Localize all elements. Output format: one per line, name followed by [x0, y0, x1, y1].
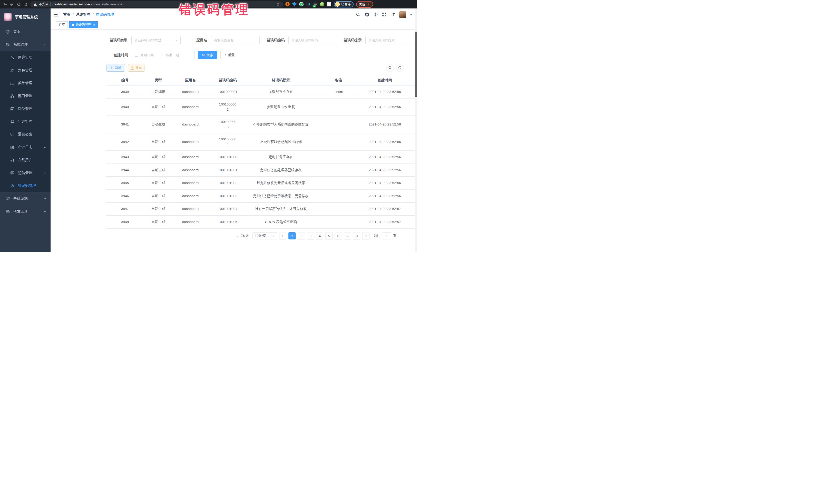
sidebar-item-岗位管理[interactable]: 岗位管理 [0, 103, 50, 115]
url-text[interactable]: dashboard.yudao.iocoder.cn/system/error-… [52, 3, 122, 6]
filter-应用名: 应用名 [196, 36, 260, 44]
sidebar-menu: 首页系统管理用户管理角色管理菜单管理部门管理岗位管理字典管理通知公告审计日志在线… [0, 25, 50, 218]
fullscreen-icon[interactable] [382, 12, 387, 17]
sidebar-item-角色管理[interactable]: 角色管理 [0, 64, 50, 77]
sidebar-item-通知公告[interactable]: 通知公告 [0, 128, 50, 141]
breadcrumb-system[interactable]: 系统管理 [76, 12, 90, 17]
table-row-3943: 3943自动生成dashboard1001001000定时任务不存在2021-0… [106, 151, 417, 164]
scrollbar-thumb[interactable] [415, 31, 417, 97]
page-button-8[interactable]: 8 [353, 232, 360, 239]
goto-page-input[interactable] [382, 232, 391, 239]
cell-code: 100100000 3 [208, 116, 247, 133]
filter-创建时间: 创建时间-搜索重置 [114, 51, 237, 59]
error-code-table: 编号类型应用名错误码编码错误码提示备注创建时间操作 3939手动编辑dashbo… [106, 76, 417, 229]
browser-reload-icon[interactable] [17, 2, 21, 7]
cell-app: dashboard [172, 202, 208, 216]
book-icon [10, 119, 14, 124]
sidebar-item-在线用户[interactable]: 在线用户 [0, 154, 50, 167]
tab-错误码管理[interactable]: 错误码管理× [69, 21, 98, 28]
sidebar-item-错误码管理[interactable]: 错误码管理 [0, 179, 50, 192]
add-button[interactable]: 新增 [107, 64, 125, 72]
refresh-icon[interactable] [396, 64, 403, 71]
input-错误码提示[interactable] [366, 36, 414, 44]
avatar[interactable] [399, 11, 406, 18]
gauge-icon [6, 30, 10, 34]
sidebar-item-用户管理[interactable]: 用户管理 [0, 51, 50, 64]
cell-time: 2021-04-20 23:52:56 [363, 164, 407, 177]
extension-gem-icon[interactable] [292, 2, 297, 6]
page-button-2[interactable]: 2 [298, 232, 305, 239]
reset-button[interactable]: 重置 [220, 51, 237, 59]
sidebar-collapse-icon[interactable] [54, 12, 59, 17]
extension-green-v-icon[interactable]: V [299, 2, 304, 6]
page-size-select[interactable]: 10条/页 [253, 232, 277, 239]
column-header-应用名: 应用名 [172, 76, 208, 85]
start-date-input[interactable] [140, 53, 159, 57]
tab-close-icon[interactable]: × [93, 23, 95, 27]
page-button-6[interactable]: 6 [335, 232, 342, 239]
github-icon[interactable] [365, 12, 369, 17]
cell-code: 1001001004 [208, 202, 247, 216]
profile-emoji-icon [335, 2, 340, 7]
page-button-4[interactable]: 4 [316, 232, 323, 239]
browser-home-icon[interactable] [23, 2, 28, 7]
cell-app: dashboard [172, 85, 208, 98]
sidebar-item-短信管理[interactable]: 短信管理 [0, 167, 50, 179]
page-button-5[interactable]: 5 [325, 232, 333, 239]
chevron-down-icon [43, 197, 46, 200]
end-date-input[interactable] [166, 53, 184, 57]
next-page-button[interactable] [363, 232, 370, 239]
sidebar-item-基础设施[interactable]: 基础设施 [0, 192, 50, 205]
page-button-3[interactable]: 3 [307, 232, 314, 239]
cell-type: 自动生成 [144, 177, 172, 190]
tab-首页[interactable]: 首页 [56, 21, 68, 28]
idcard-icon [10, 107, 14, 111]
users-icon [10, 68, 14, 72]
extensions-puzzle-icon[interactable] [327, 2, 331, 6]
cell-message: 只允许修改为开启或者关闭状态 [247, 177, 315, 190]
extension-orange-icon[interactable] [285, 2, 290, 6]
page-button-1[interactable]: 1 [288, 232, 295, 239]
cell-type: 自动生成 [144, 202, 172, 216]
font-size-icon[interactable]: TT [391, 12, 395, 17]
chevron-down-icon[interactable] [410, 14, 412, 17]
extension-sprout-icon[interactable] [320, 2, 324, 6]
extension-grid-icon[interactable] [306, 2, 310, 6]
export-button[interactable]: 导出 [128, 64, 145, 72]
sidebar-item-菜单管理[interactable]: 菜单管理 [0, 77, 50, 90]
sidebar-item-部门管理[interactable]: 部门管理 [0, 90, 50, 103]
input-应用名[interactable] [211, 36, 260, 44]
page-scrollbar[interactable] [415, 8, 417, 252]
monitor-icon [6, 197, 10, 201]
bookmark-star-icon[interactable] [276, 2, 280, 6]
cell-message: CRON 表达式不正确 [247, 216, 315, 229]
extension-switch-icon[interactable]: on [313, 2, 317, 6]
page-more-button[interactable]: ··· [344, 232, 351, 239]
cell-type: 自动生成 [144, 133, 172, 151]
sidebar-item-首页[interactable]: 首页 [0, 25, 50, 38]
browser-update-button[interactable]: 更新 ⋮ [356, 1, 373, 8]
toggle-search-icon[interactable] [387, 64, 394, 71]
app-title: 芋道管理系统 [15, 15, 38, 20]
search-button[interactable]: 搜索 [198, 51, 217, 59]
date-range-input[interactable]: - [132, 51, 195, 59]
breadcrumb-home[interactable]: 首页 [63, 12, 70, 17]
sidebar-item-字典管理[interactable]: 字典管理 [0, 115, 50, 128]
cell-remark [315, 190, 363, 203]
input-错误码编码[interactable] [288, 36, 337, 44]
help-icon[interactable] [373, 12, 378, 17]
not-secure-label[interactable]: 不安全 [39, 2, 48, 6]
sidebar-item-系统管理[interactable]: 系统管理 [0, 38, 50, 51]
sidebar-item-审计日志[interactable]: 审计日志 [0, 141, 50, 154]
browser-back-icon[interactable] [3, 2, 7, 7]
browser-forward-icon[interactable] [9, 2, 14, 7]
paused-profile-badge[interactable]: 已暂停 [334, 1, 354, 7]
app-logo[interactable]: 芋道管理系统 [0, 8, 50, 25]
cell-time: 2021-04-20 23:52:56 [363, 133, 407, 151]
select-错误码类型[interactable] [131, 36, 181, 44]
prev-page-button[interactable] [279, 232, 286, 239]
sidebar-item-研发工具[interactable]: 研发工具 [0, 205, 50, 218]
browser-menu-icon[interactable]: ⋮ [367, 3, 370, 5]
search-icon[interactable] [356, 12, 360, 17]
user-icon [10, 56, 14, 60]
